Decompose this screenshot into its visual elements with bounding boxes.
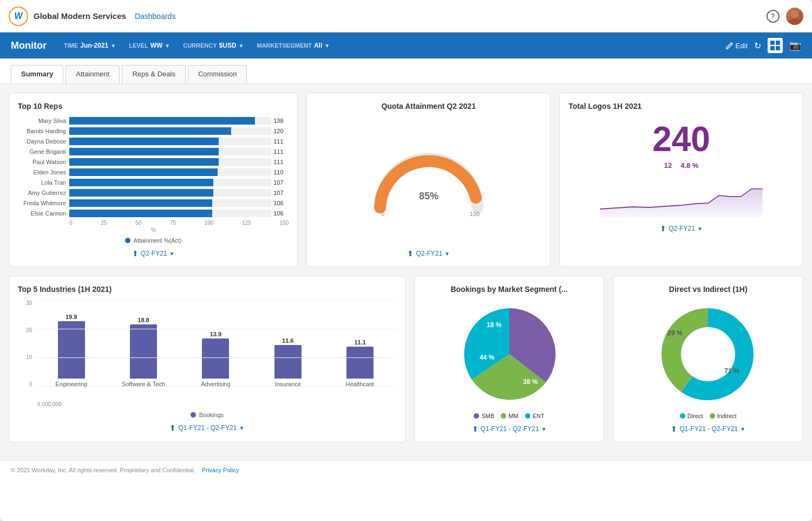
nav-filter-currency[interactable]: CURRENCY $USD ▼ <box>183 42 244 49</box>
bar-row: Lola Tran107 <box>18 179 289 186</box>
edit-button[interactable]: Edit <box>726 42 748 50</box>
bar-software: 18.8 Software & Tech <box>107 317 179 387</box>
camera-icon[interactable]: 📷 <box>789 40 801 51</box>
grid-view-button[interactable] <box>768 38 783 53</box>
company-name: Global Modern Services <box>34 11 126 21</box>
tab-reps-deals[interactable]: Reps & Deals <box>122 65 185 83</box>
bar-chart: Mary Silva138Bambi Harding120Dayna Debos… <box>18 117 289 217</box>
logos-sub: 12 4.8 % <box>568 161 794 170</box>
quota-title: Quota Attainment Q2 2021 <box>381 102 476 110</box>
bar-engineering: 19.9 Engineering <box>35 314 107 387</box>
period-selector-logos[interactable]: ⬆ Q2-FY21 ▼ <box>568 224 794 233</box>
gauge-chart: 85% 0 100 <box>369 142 488 218</box>
bar-healthcare: 11.1 Healthcare <box>324 339 396 387</box>
industries-card: Top 5 Industries (1H 2021) 3020100 <box>9 276 405 442</box>
nav-filter-time[interactable]: TIME Jun-2021 ▼ <box>64 42 116 49</box>
nav-filter-segment[interactable]: MARKETSEGMENT All ▼ <box>257 42 330 49</box>
svg-text:100: 100 <box>470 211 480 217</box>
period-selector-bookings[interactable]: ⬆ Q1-FY21 - Q2-FY21 ▼ <box>472 425 547 433</box>
bookings-legend: SMB MM ENT <box>474 413 544 419</box>
nav-title: Monitor <box>11 40 47 51</box>
nav-filter-level[interactable]: LEVEL WW ▼ <box>129 42 170 49</box>
bookings-card: Bookings by Market Segment (... <box>414 276 605 442</box>
svg-point-1 <box>788 19 801 25</box>
bar-row: Bambi Harding120 <box>18 127 289 135</box>
bar-row: Elsie Cannon106 <box>18 210 289 217</box>
footer: © 2021 Workday, Inc. All rights reserved… <box>0 460 812 480</box>
top10-title: Top 10 Reps <box>18 102 289 110</box>
svg-text:29 %: 29 % <box>667 329 683 337</box>
x-axis: 0255075100125150 <box>18 220 289 226</box>
period-selector-quota[interactable]: ⬆ Q2-FY21 ▼ <box>407 249 450 258</box>
direct-legend: Direct Indirect <box>680 413 737 419</box>
svg-text:0: 0 <box>381 211 384 217</box>
logos-number: 240 <box>568 119 794 159</box>
period-selector-top10[interactable]: ⬆ Q2-FY21 ▼ <box>18 249 289 258</box>
period-selector-industries[interactable]: ⬆ Q1-FY21 - Q2-FY21 ▼ <box>18 424 396 432</box>
bar-row: Paul Watson111 <box>18 158 289 166</box>
svg-text:18 %: 18 % <box>487 321 502 329</box>
workday-logo: W <box>9 6 28 26</box>
bar-insurance: 11.6 Insurance <box>252 337 324 387</box>
vert-bars: 19.9 Engineering 18.8 Software & Tech 13… <box>35 300 396 400</box>
svg-text:85%: 85% <box>419 191 438 201</box>
tab-summary[interactable]: Summary <box>11 65 63 83</box>
logos-title: Total Logos 1H 2021 <box>568 102 794 110</box>
bookings-pie: 44 % 38 % 18 % <box>447 300 572 408</box>
main-content: Top 10 Reps Mary Silva138Bambi Harding12… <box>0 84 812 460</box>
bar-row: Gene Briganti111 <box>18 148 289 155</box>
bookings-title: Bookings by Market Segment (... <box>450 285 567 294</box>
refresh-icon[interactable]: ↻ <box>754 41 761 51</box>
avatar[interactable] <box>786 8 803 25</box>
direct-donut: 29 % 71 % <box>646 300 770 408</box>
y-axis: 3020100 <box>18 300 35 400</box>
bar-row: Elden Jones110 <box>18 168 289 176</box>
svg-text:38 %: 38 % <box>523 378 538 386</box>
chart-legend: Attainment %(Act) <box>18 237 289 244</box>
svg-text:44 %: 44 % <box>480 354 495 361</box>
x-unit-label: % <box>18 227 289 233</box>
bar-row: Amy Gutierrez107 <box>18 189 289 197</box>
privacy-policy-link[interactable]: Privacy Policy <box>202 467 239 473</box>
bar-row: Mary Silva138 <box>18 117 289 125</box>
bar-row: Dayna Debose111 <box>18 138 289 145</box>
sparkline <box>568 174 794 217</box>
tabs-bar: Summary Attainment Reps & Deals Commissi… <box>0 58 812 84</box>
help-icon[interactable]: ? <box>767 10 780 23</box>
svg-point-0 <box>791 10 798 18</box>
svg-text:71 %: 71 % <box>724 367 739 375</box>
top10-reps-card: Top 10 Reps Mary Silva138Bambi Harding12… <box>9 93 298 267</box>
nav-bar: Monitor TIME Jun-2021 ▼ LEVEL WW ▼ CURRE… <box>0 32 812 58</box>
industries-legend: Bookings <box>18 412 396 418</box>
y-axis-label: #,000,000 <box>18 401 396 407</box>
period-selector-direct[interactable]: ⬆ Q1-FY21 - Q2-FY21 ▼ <box>671 425 745 433</box>
industries-title: Top 5 Industries (1H 2021) <box>18 285 396 294</box>
tab-commission[interactable]: Commission <box>188 65 247 83</box>
total-logos-card: Total Logos 1H 2021 240 12 4.8 % <box>559 93 803 267</box>
direct-title: Direct vs Indirect (1H) <box>669 285 748 294</box>
direct-indirect-card: Direct vs Indirect (1H) 29 % <box>613 276 803 442</box>
dashboards-link[interactable]: Dashboards <box>135 12 176 21</box>
quota-card: Quota Attainment Q2 2021 85% 0 100 ⬆ <box>306 93 551 267</box>
bar-row: Freda Whitmore106 <box>18 199 289 207</box>
bar-advertising: 13.9 Advertising <box>180 331 252 387</box>
tab-attainment[interactable]: Attainment <box>66 65 120 83</box>
